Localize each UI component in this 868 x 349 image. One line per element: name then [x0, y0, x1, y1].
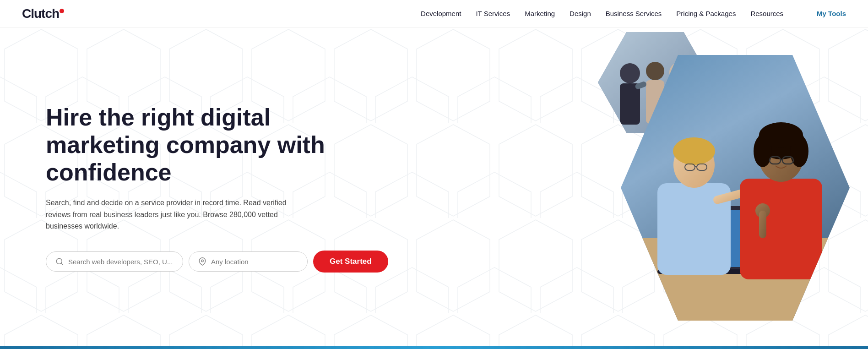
- search-icon: [55, 257, 64, 266]
- location-input[interactable]: [211, 258, 298, 266]
- search-row: Get Started: [46, 251, 441, 273]
- svg-rect-30: [740, 179, 822, 279]
- logo-dot: [60, 9, 64, 13]
- hero-section: Hire the right digital marketing company…: [0, 27, 868, 349]
- logo-text: Clutch: [22, 6, 59, 21]
- hero-content: Hire the right digital marketing company…: [0, 27, 477, 349]
- nav-item-my-tools[interactable]: My Tools: [817, 10, 846, 17]
- nav-item-pricing-packages[interactable]: Pricing & Packages: [676, 10, 736, 17]
- header: Clutch Development IT Services Marketing…: [0, 0, 868, 27]
- logo[interactable]: Clutch: [22, 6, 64, 21]
- hero-title: Hire the right digital marketing company…: [46, 104, 330, 186]
- search-input-container[interactable]: [46, 251, 183, 272]
- svg-line-5: [61, 263, 62, 265]
- svg-point-25: [673, 137, 715, 165]
- hex-image-large: [621, 55, 850, 321]
- svg-point-35: [759, 122, 803, 148]
- location-input-container[interactable]: [189, 251, 308, 272]
- main-nav: Development IT Services Marketing Design…: [421, 8, 846, 19]
- nav-item-resources[interactable]: Resources: [750, 10, 783, 17]
- get-started-button[interactable]: Get Started: [313, 251, 388, 273]
- svg-point-6: [201, 260, 204, 262]
- nav-item-business-services[interactable]: Business Services: [606, 10, 662, 17]
- nav-item-marketing[interactable]: Marketing: [525, 10, 555, 17]
- search-input[interactable]: [68, 258, 174, 266]
- nav-item-design[interactable]: Design: [570, 10, 591, 17]
- nav-divider: [800, 8, 800, 19]
- nav-item-it-services[interactable]: IT Services: [476, 10, 510, 17]
- nav-item-development[interactable]: Development: [421, 10, 461, 17]
- hero-visuals: [477, 27, 868, 349]
- hero-subtitle: Search, find and decide on a service pro…: [46, 197, 311, 232]
- svg-rect-40: [759, 211, 766, 238]
- location-icon: [198, 257, 206, 266]
